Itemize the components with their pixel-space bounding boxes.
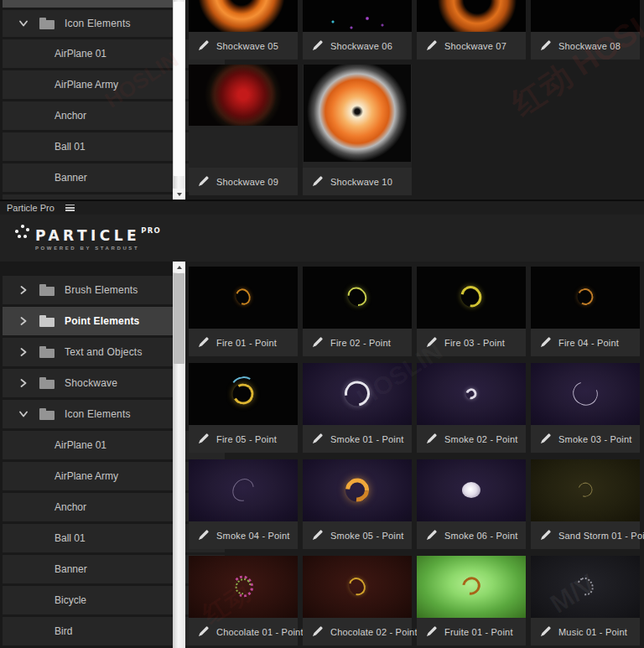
card-shockwave-06[interactable]: Shockwave 06 xyxy=(303,0,412,60)
thumbnail-chocolate-02-point[interactable] xyxy=(303,556,412,618)
chevron-down-icon[interactable] xyxy=(19,20,28,28)
pen-icon xyxy=(312,337,323,348)
scrollbar-thumb[interactable] xyxy=(174,2,184,176)
card-label: Fire 01 - Point xyxy=(216,338,277,348)
card-shockwave-05[interactable]: Shockwave 05 xyxy=(189,0,298,60)
pen-icon xyxy=(312,433,323,444)
card-smoke-02-point[interactable]: Smoke 02 - Point xyxy=(417,363,526,453)
chevron-right-icon[interactable] xyxy=(19,286,28,294)
thumbnail-shockwave-07[interactable] xyxy=(417,0,526,32)
scrollbar-thumb[interactable] xyxy=(174,273,184,364)
card-fire-03-point[interactable]: Fire 03 - Point xyxy=(417,267,526,356)
card-label-bar: Chocolate 01 - Point xyxy=(189,618,298,645)
thumbnail-sand-storm-01-point[interactable] xyxy=(531,459,640,521)
pen-icon xyxy=(198,530,209,541)
scroll-up-button[interactable] xyxy=(173,262,185,272)
card-shockwave-09[interactable]: Shockwave 09 xyxy=(189,65,298,195)
top-sidebar-selected-folder-partial[interactable] xyxy=(3,0,173,8)
thumbnail-smoke-05-point[interactable] xyxy=(303,459,412,521)
card-label: Smoke 02 - Point xyxy=(444,434,518,444)
folder-label: Text and Objects xyxy=(65,346,143,358)
sidebar-item-label: Bicycle xyxy=(55,594,86,606)
folder-icon xyxy=(39,316,55,327)
particle-preview xyxy=(457,282,486,311)
thumbnail-fire-04-point[interactable] xyxy=(531,267,640,329)
pen-icon xyxy=(426,433,437,444)
chevron-right-icon[interactable] xyxy=(19,348,28,356)
folder-label: Point Elements xyxy=(65,315,139,327)
card-label-bar: Music 01 - Point xyxy=(531,618,640,645)
card-label-bar: Shockwave 05 xyxy=(189,32,298,60)
particle-logo-icon xyxy=(15,225,29,239)
card-label: Fire 03 - Point xyxy=(444,338,505,348)
card-label-bar: Smoke 05 - Point xyxy=(303,521,412,549)
sidebar-folder-icon-elements[interactable]: Icon Elements xyxy=(3,400,173,428)
sidebar-folder-brush-elements[interactable]: Brush Elements xyxy=(3,276,173,304)
pen-icon xyxy=(540,337,551,348)
pen-icon xyxy=(198,40,209,51)
thumbnail-chocolate-01-point[interactable] xyxy=(189,556,298,618)
card-smoke-01-point[interactable]: Smoke 01 - Point xyxy=(303,363,412,453)
card-fire-01-point[interactable]: Fire 01 - Point xyxy=(189,267,298,356)
thumbnail-fire-01-point[interactable] xyxy=(189,267,298,329)
sidebar-folder-shockwave[interactable]: Shockwave xyxy=(3,369,173,397)
card-fire-04-point[interactable]: Fire 04 - Point xyxy=(531,267,640,356)
thumbnail-music-01-point[interactable] xyxy=(531,556,640,618)
thumbnail-fruite-01-point[interactable] xyxy=(417,556,526,618)
thumbnail-smoke-06-point[interactable] xyxy=(417,459,526,521)
particle-preview xyxy=(233,286,253,307)
thumbnail-smoke-03-point[interactable] xyxy=(531,363,640,425)
thumbnail-fire-05-point[interactable] xyxy=(189,363,298,425)
particle-preview xyxy=(344,283,371,310)
particle-preview xyxy=(569,377,601,409)
pen-icon xyxy=(312,626,323,637)
thumbnail-shockwave-05[interactable] xyxy=(189,0,298,32)
card-chocolate-02-point[interactable]: Chocolate 02 - Point xyxy=(303,556,412,645)
thumbnail-fire-03-point[interactable] xyxy=(417,267,526,329)
top-sidebar-scrollbar[interactable] xyxy=(173,0,185,200)
sidebar-item-label: AirPlane Army xyxy=(55,470,118,482)
chevron-right-icon[interactable] xyxy=(19,379,28,387)
top-sidebar-folder-icon-elements[interactable]: Icon Elements xyxy=(3,10,173,37)
card-shockwave-07[interactable]: Shockwave 07 xyxy=(417,0,526,60)
card-sand-storm-01-point[interactable]: Sand Storm 01 - Point xyxy=(531,459,640,549)
pen-icon xyxy=(426,530,437,541)
card-label: Shockwave 10 xyxy=(330,177,392,187)
chevron-right-icon[interactable] xyxy=(19,317,28,325)
sidebar-folder-point-elements[interactable]: Point Elements xyxy=(3,307,173,335)
scroll-down-button[interactable] xyxy=(173,189,185,200)
card-shockwave-08[interactable]: Shockwave 08 xyxy=(531,0,640,60)
card-smoke-05-point[interactable]: Smoke 05 - Point xyxy=(303,459,412,549)
card-music-01-point[interactable]: Music 01 - Point xyxy=(531,556,640,645)
card-smoke-03-point[interactable]: Smoke 03 - Point xyxy=(531,363,640,453)
card-label: Shockwave 05 xyxy=(216,41,278,51)
card-fire-02-point[interactable]: Fire 02 - Point xyxy=(303,267,412,356)
folder-label: Brush Elements xyxy=(65,284,138,296)
card-label: Fire 04 - Point xyxy=(558,338,619,348)
card-label: Shockwave 08 xyxy=(558,41,621,51)
particle-preview xyxy=(340,376,375,412)
thumbnail-shockwave-09[interactable] xyxy=(189,65,298,126)
panel-menu-icon[interactable] xyxy=(65,205,75,211)
thumbnail-shockwave-10[interactable] xyxy=(304,65,411,162)
card-smoke-04-point[interactable]: Smoke 04 - Point xyxy=(189,459,298,549)
thumbnail-smoke-04-point[interactable] xyxy=(189,459,298,521)
card-chocolate-01-point[interactable]: Chocolate 01 - Point xyxy=(189,556,298,645)
particle-pro-panel: Icon Elements AirPlane 01 AirPlane Army … xyxy=(0,0,644,648)
sidebar-item-label: Ball 01 xyxy=(55,532,86,544)
thumbnail-smoke-01-point[interactable] xyxy=(303,363,412,425)
card-fire-05-point[interactable]: Fire 05 - Point xyxy=(189,363,298,453)
sidebar-folder-text-and-objects[interactable]: Text and Objects xyxy=(3,338,173,366)
chevron-down-icon[interactable] xyxy=(19,411,28,418)
bottom-sidebar-scrollbar[interactable] xyxy=(173,262,185,648)
card-label: Shockwave 07 xyxy=(444,41,506,51)
card-shockwave-10[interactable]: Shockwave 10 xyxy=(303,65,412,195)
card-label: Music 01 - Point xyxy=(558,627,627,637)
thumbnail-smoke-02-point[interactable] xyxy=(417,363,526,425)
thumbnail-fire-02-point[interactable] xyxy=(303,267,412,329)
thumbnail-shockwave-08[interactable] xyxy=(531,0,640,32)
thumbnail-shockwave-06[interactable] xyxy=(303,0,412,32)
card-smoke-06-point[interactable]: Smoke 06 - Point xyxy=(417,459,526,549)
card-label-bar: Smoke 03 - Point xyxy=(531,425,640,453)
card-fruite-01-point[interactable]: Fruite 01 - Point xyxy=(417,556,526,645)
